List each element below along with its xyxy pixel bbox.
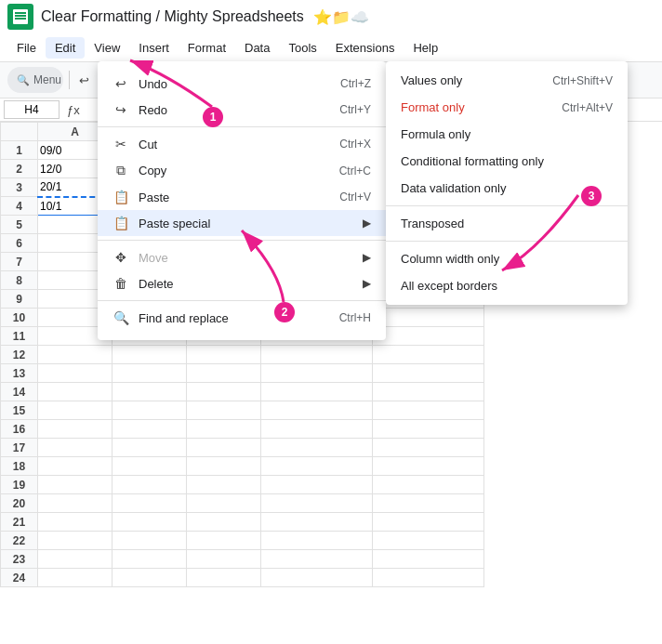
cell-r23-c4[interactable] <box>373 550 484 569</box>
cell-r15-c0[interactable] <box>38 401 113 420</box>
cell-r19-c3[interactable] <box>261 476 373 494</box>
cell-r16-c0[interactable] <box>38 420 113 439</box>
cell-r17-c3[interactable] <box>261 439 373 457</box>
cell-r22-c3[interactable] <box>261 532 373 550</box>
cloud-icon[interactable]: ☁️ <box>351 8 369 26</box>
cell-r16-c4[interactable] <box>373 420 484 439</box>
cell-r21-c4[interactable] <box>373 513 484 532</box>
cell-r18-c3[interactable] <box>261 457 373 476</box>
submenu-formula-only[interactable]: Formula only <box>386 121 628 148</box>
cell-r24-c4[interactable] <box>373 569 484 587</box>
cell-r14-c3[interactable] <box>261 383 373 401</box>
menu-data[interactable]: Data <box>235 37 279 59</box>
cell-r12-c0[interactable] <box>38 346 113 364</box>
cell-r16-c2[interactable] <box>187 420 261 439</box>
cell-r18-c0[interactable] <box>38 457 113 476</box>
cell-r14-c4[interactable] <box>373 383 484 401</box>
cell-r22-c4[interactable] <box>373 532 484 550</box>
cell-r16-c3[interactable] <box>261 420 373 439</box>
cell-r23-c0[interactable] <box>38 550 113 569</box>
cell-r17-c0[interactable] <box>38 439 113 457</box>
menu-find-replace[interactable]: 🔍 Find and replace Ctrl+H <box>98 305 386 331</box>
cell-r24-c2[interactable] <box>187 569 261 587</box>
submenu-transposed[interactable]: Transposed <box>386 210 628 237</box>
menu-undo[interactable]: ↩ Undo Ctrl+Z <box>98 71 386 97</box>
cell-r19-c4[interactable] <box>373 476 484 494</box>
cell-r23-c1[interactable] <box>113 550 187 569</box>
menu-delete[interactable]: 🗑 Delete ▶ <box>98 270 386 296</box>
submenu-conditional-formatting[interactable]: Conditional formatting only <box>386 148 628 175</box>
cell-r15-c3[interactable] <box>261 401 373 420</box>
cell-r20-c1[interactable] <box>113 494 187 513</box>
menu-view[interactable]: View <box>85 37 129 59</box>
submenu-column-width[interactable]: Column width only <box>386 245 628 272</box>
cell-r20-c3[interactable] <box>261 494 373 513</box>
cell-r14-c1[interactable] <box>113 383 187 401</box>
cell-r17-c4[interactable] <box>373 439 484 457</box>
submenu-values-only[interactable]: Values only Ctrl+Shift+V <box>386 67 628 94</box>
folder-icon[interactable]: 📁 <box>332 8 351 26</box>
cell-r20-c2[interactable] <box>187 494 261 513</box>
menu-extensions[interactable]: Extensions <box>326 37 404 59</box>
cell-r11-c4[interactable] <box>373 327 484 346</box>
cell-r12-c4[interactable] <box>373 346 484 364</box>
corner-header <box>1 123 38 141</box>
cell-r18-c2[interactable] <box>187 457 261 476</box>
cell-r19-c2[interactable] <box>187 476 261 494</box>
cell-r22-c0[interactable] <box>38 532 113 550</box>
cell-r17-c2[interactable] <box>187 439 261 457</box>
cell-r12-c1[interactable] <box>113 346 187 364</box>
menu-redo[interactable]: ↪ Redo Ctrl+Y <box>98 97 386 123</box>
menu-format[interactable]: Format <box>179 37 235 59</box>
cell-r20-c0[interactable] <box>38 494 113 513</box>
cell-r18-c1[interactable] <box>113 457 187 476</box>
menu-tools[interactable]: Tools <box>279 37 325 59</box>
cell-r21-c1[interactable] <box>113 513 187 532</box>
cell-r15-c2[interactable] <box>187 401 261 420</box>
submenu-format-only[interactable]: Format only Ctrl+Alt+V <box>386 94 628 121</box>
cell-r23-c3[interactable] <box>261 550 373 569</box>
menu-cut[interactable]: ✂ Cut Ctrl+X <box>98 131 386 157</box>
cell-r22-c2[interactable] <box>187 532 261 550</box>
cell-r15-c1[interactable] <box>113 401 187 420</box>
cell-r16-c1[interactable] <box>113 420 187 439</box>
cell-r15-c4[interactable] <box>373 401 484 420</box>
menu-help[interactable]: Help <box>404 37 447 59</box>
cell-r24-c0[interactable] <box>38 569 113 587</box>
submenu-all-except-borders[interactable]: All except borders <box>386 272 628 299</box>
cell-r21-c2[interactable] <box>187 513 261 532</box>
cell-r13-c2[interactable] <box>187 364 261 383</box>
menu-insert[interactable]: Insert <box>129 37 179 59</box>
menu-copy[interactable]: ⧉ Copy Ctrl+C <box>98 157 386 184</box>
cell-r22-c1[interactable] <box>113 532 187 550</box>
search-box[interactable]: 🔍 Menu <box>7 67 63 93</box>
menu-file[interactable]: File <box>7 37 46 59</box>
cell-r13-c3[interactable] <box>261 364 373 383</box>
cell-r21-c0[interactable] <box>38 513 113 532</box>
cell-r21-c3[interactable] <box>261 513 373 532</box>
cell-r23-c2[interactable] <box>187 550 261 569</box>
cell-r10-c4[interactable] <box>373 309 484 327</box>
cell-r19-c0[interactable] <box>38 476 113 494</box>
cell-r12-c2[interactable] <box>187 346 261 364</box>
row-header-11: 11 <box>1 327 38 346</box>
cell-r17-c1[interactable] <box>113 439 187 457</box>
cell-r13-c0[interactable] <box>38 364 113 383</box>
toolbar-undo-btn[interactable]: ↩ <box>75 72 93 89</box>
cell-r20-c4[interactable] <box>373 494 484 513</box>
menu-edit[interactable]: Edit <box>46 37 85 59</box>
cell-r19-c1[interactable] <box>113 476 187 494</box>
cell-r13-c1[interactable] <box>113 364 187 383</box>
menu-paste-special[interactable]: 📋 Paste special ▶ <box>98 210 386 236</box>
cell-r14-c0[interactable] <box>38 383 113 401</box>
cell-r14-c2[interactable] <box>187 383 261 401</box>
cell-ref-input[interactable] <box>4 100 60 119</box>
cell-r12-c3[interactable] <box>261 346 373 364</box>
cell-r13-c4[interactable] <box>373 364 484 383</box>
cell-r24-c3[interactable] <box>261 569 373 587</box>
cell-r18-c4[interactable] <box>373 457 484 476</box>
menu-move[interactable]: ✥ Move ▶ <box>98 244 386 270</box>
star-icon[interactable]: ⭐ <box>313 8 332 26</box>
menu-paste[interactable]: 📋 Paste Ctrl+V <box>98 184 386 210</box>
cell-r24-c1[interactable] <box>113 569 187 587</box>
